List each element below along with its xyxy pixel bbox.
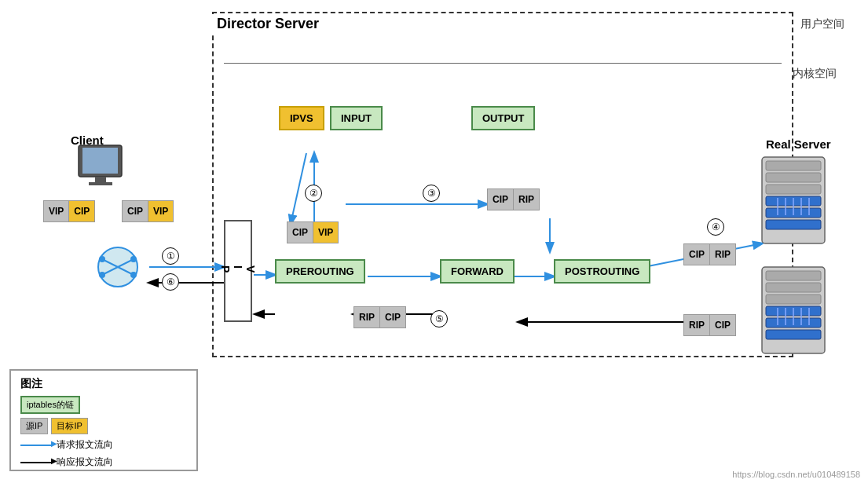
packet-cip-vip-client: CIP VIP [122, 200, 174, 222]
legend-iptables-row: iptables的链 [20, 396, 187, 414]
svg-point-21 [99, 272, 105, 278]
svg-line-18 [102, 259, 134, 275]
step-3-circle: ③ [423, 185, 440, 202]
pkt-cip-label2: CIP [123, 201, 148, 221]
pkt-cip-real: CIP [710, 315, 735, 335]
legend-src-ip: 源IP [20, 418, 48, 434]
packet-cip-rip-mid: CIP RIP [487, 188, 540, 210]
pkt-cell-vip: VIP [313, 222, 338, 243]
legend-request-row: 请求报文流向 [20, 438, 187, 452]
step-2-circle: ② [305, 185, 322, 202]
pkt-vip-label2: VIP [148, 201, 173, 221]
pkt-cell-cip2: CIP [488, 189, 514, 210]
svg-rect-12 [79, 145, 122, 177]
real-server-label: Real Server [766, 137, 831, 151]
forward-chain-box: FORWARD [440, 259, 515, 284]
legend-box: 图注 iptables的链 源IP 目标IP 请求报文流向 响应报文流向 [9, 369, 198, 471]
step-4-circle: ④ [707, 218, 724, 236]
director-server-title: Director Server [212, 14, 324, 34]
legend-dst-ip: 目标IP [51, 418, 87, 434]
svg-point-22 [130, 256, 137, 262]
vip-box: VIP [224, 220, 252, 322]
legend-blue-line [20, 445, 52, 446]
client-label: Client [71, 134, 104, 147]
legend-black-line [20, 462, 52, 463]
pkt-rip-b: RIP [354, 307, 380, 327]
pkt-cell-cip: CIP [288, 222, 313, 243]
pkt-cip-b: CIP [380, 307, 405, 327]
step-5-circle: ⑤ [430, 310, 448, 327]
ipvs-label: IPVS [279, 106, 324, 130]
ipvs-chain-box: IPVS [279, 106, 324, 130]
packet-rip-cip-real: RIP CIP [683, 314, 736, 336]
diagram: Director Server 用户空间 内核空间 VIP [0, 0, 868, 483]
user-space-label: 用户空间 [800, 17, 844, 31]
svg-rect-15 [89, 182, 112, 185]
director-server-box [212, 12, 793, 357]
kernel-space-line [224, 63, 782, 64]
watermark: https://blog.csdn.net/u010489158 [732, 470, 860, 479]
legend-iptables-sample: iptables的链 [20, 396, 80, 414]
packet-vip-cip-client: VIP CIP [43, 200, 95, 222]
pkt-cell-rip: RIP [514, 189, 539, 210]
packet-rip-cip-bottom: RIP CIP [353, 306, 406, 328]
input-chain-box: INPUT [330, 106, 383, 130]
legend-ip-row: 源IP 目标IP [20, 418, 187, 434]
svg-point-19 [99, 256, 105, 262]
pkt-cip-post: CIP [684, 244, 710, 265]
output-chain-box: OUTPUT [471, 106, 535, 130]
pkt-vip-label: VIP [44, 201, 69, 221]
svg-rect-14 [95, 177, 106, 183]
kernel-space-label: 内核空间 [793, 67, 837, 81]
legend-response-label: 响应报文流向 [57, 456, 113, 469]
packet-cip-vip-preroute: CIP VIP [287, 221, 339, 243]
pkt-rip-post: RIP [710, 244, 735, 265]
legend-title: 图注 [20, 377, 187, 391]
svg-rect-13 [82, 148, 118, 174]
pkt-rip-real: RIP [684, 315, 710, 335]
svg-point-16 [98, 247, 137, 287]
step-1-circle: ① [162, 247, 179, 265]
pkt-cip-label: CIP [69, 201, 94, 221]
postrouting-chain-box: POSTROUTING [554, 259, 650, 284]
packet-cip-rip-post: CIP RIP [683, 243, 736, 265]
legend-response-row: 响应报文流向 [20, 456, 187, 469]
svg-line-17 [102, 259, 134, 275]
prerouting-chain-box: PREROUTING [275, 259, 365, 284]
svg-point-20 [130, 272, 137, 278]
legend-request-label: 请求报文流向 [57, 438, 113, 452]
step-6-circle: ⑥ [162, 273, 179, 291]
